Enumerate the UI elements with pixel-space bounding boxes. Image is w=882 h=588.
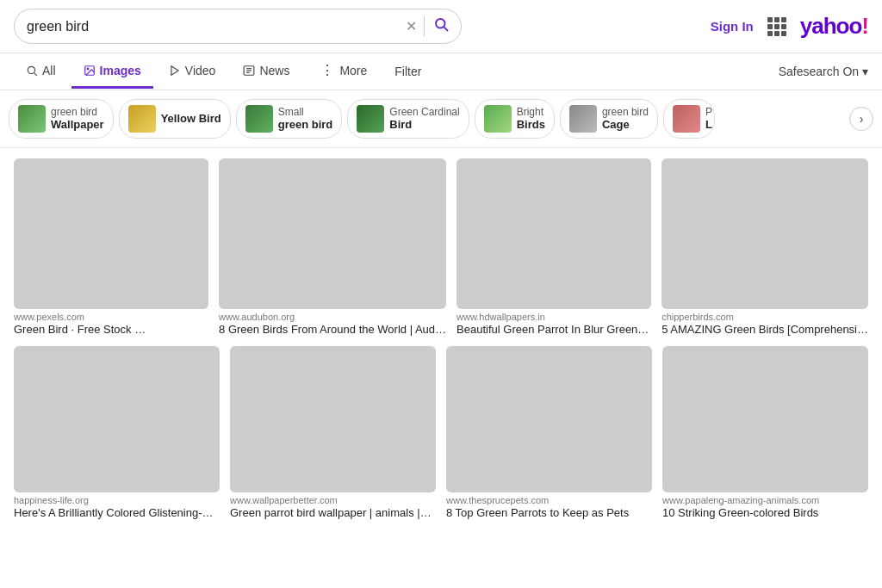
tag-label-small: Small green bird bbox=[278, 106, 333, 132]
tab-video[interactable]: Video bbox=[157, 55, 228, 89]
tag-label-bright: Bright Birds bbox=[517, 106, 545, 132]
image-source-audubon: www.audubon.org bbox=[219, 312, 446, 322]
image-title-pexels: Green Bird · Free Stock … bbox=[14, 323, 208, 336]
image-source-hdwall: www.hdwallpapers.in bbox=[457, 312, 651, 322]
tag-label-partial: P L bbox=[705, 106, 712, 132]
image-section: www.pexels.com Green Bird · Free Stock …… bbox=[0, 148, 882, 540]
image-title-audubon: 8 Green Birds From Around the World | Au… bbox=[219, 323, 446, 336]
tag-thumb-bright bbox=[484, 105, 512, 133]
image-card-happiness[interactable]: happiness-life.org Here's A Brilliantly … bbox=[14, 346, 220, 519]
image-card-pexels[interactable]: www.pexels.com Green Bird · Free Stock … bbox=[14, 158, 208, 336]
image-title-spruce: 8 Top Green Parrots to Keep as Pets bbox=[446, 506, 652, 519]
image-source-spruce: www.thesprucepets.com bbox=[446, 495, 652, 505]
image-card-wallpaper[interactable]: www.wallpaperbetter.com Green parrot bir… bbox=[230, 346, 436, 519]
yahoo-exclaim: ! bbox=[861, 13, 868, 39]
tag-thumb-cardinal bbox=[357, 105, 384, 133]
search-input[interactable] bbox=[27, 19, 399, 34]
yahoo-logo: yahoo! bbox=[800, 13, 868, 40]
tags-strip: green bird Wallpaper Yellow Bird Small g… bbox=[0, 90, 882, 148]
grid-icon[interactable] bbox=[767, 17, 786, 36]
tag-label-wallpaper: green bird Wallpaper bbox=[51, 106, 104, 132]
image-title-chipper: 5 AMAZING Green Birds [Comprehensi… bbox=[662, 323, 868, 336]
image-audubon bbox=[219, 158, 446, 309]
image-wallpaper bbox=[230, 346, 436, 492]
image-card-spruce[interactable]: www.thesprucepets.com 8 Top Green Parrot… bbox=[446, 346, 652, 519]
image-happiness bbox=[14, 346, 220, 492]
image-grid-row-2: happiness-life.org Here's A Brilliantly … bbox=[14, 346, 868, 519]
safesearch-label: Safesearch On ▾ bbox=[779, 65, 868, 78]
image-hdwall bbox=[457, 158, 651, 309]
tag-thumb-partial bbox=[673, 105, 700, 133]
filter-button[interactable]: Filter bbox=[382, 56, 433, 87]
image-source-wallpaper: www.wallpaperbetter.com bbox=[230, 495, 436, 505]
tag-thumb-yellow bbox=[128, 105, 156, 133]
tab-all-label: All bbox=[42, 64, 56, 77]
tab-more[interactable]: ⋮ More bbox=[308, 53, 379, 90]
tag-chip-yellow[interactable]: Yellow Bird bbox=[119, 99, 231, 139]
tag-thumb-cage bbox=[569, 105, 597, 133]
tag-thumb-small bbox=[245, 105, 273, 133]
sign-in-button[interactable]: Sign In bbox=[711, 19, 754, 34]
image-chipper bbox=[662, 158, 868, 309]
image-source-happiness: happiness-life.org bbox=[14, 495, 220, 505]
nav-tabs: All Images Video News ⋮ More Filter Safe… bbox=[0, 53, 882, 90]
image-title-papaleng: 10 Striking Green-colored Birds bbox=[662, 506, 868, 519]
image-source-pexels: www.pexels.com bbox=[14, 312, 208, 322]
image-card-chipper[interactable]: chipperbirds.com 5 AMAZING Green Birds [… bbox=[662, 158, 868, 336]
tag-label-yellow: Yellow Bird bbox=[161, 112, 221, 126]
image-card-papaleng[interactable]: www.papaleng-amazing-animals.com 10 Stri… bbox=[662, 346, 868, 519]
tab-video-label: Video bbox=[185, 64, 216, 77]
image-pexels bbox=[14, 158, 208, 309]
tag-chip-wallpaper[interactable]: green bird Wallpaper bbox=[9, 99, 114, 139]
tag-chip-cardinal[interactable]: Green Cardinal Bird bbox=[347, 99, 469, 139]
tab-all[interactable]: All bbox=[14, 55, 68, 89]
tag-thumb-wallpaper bbox=[18, 105, 46, 133]
safesearch-toggle[interactable]: Safesearch On ▾ bbox=[779, 65, 868, 78]
tab-more-label: More bbox=[339, 64, 367, 77]
clear-icon[interactable]: ✕ bbox=[406, 18, 417, 34]
tab-news[interactable]: News bbox=[231, 55, 301, 89]
image-grid-row-1: www.pexels.com Green Bird · Free Stock …… bbox=[14, 158, 868, 336]
image-title-happiness: Here's A Brilliantly Colored Glistening-… bbox=[14, 506, 220, 519]
tag-chip-cage[interactable]: green bird Cage bbox=[560, 99, 658, 139]
strip-next-arrow[interactable]: › bbox=[849, 107, 873, 131]
svg-marker-6 bbox=[171, 65, 178, 75]
image-source-chipper: chipperbirds.com bbox=[662, 312, 868, 322]
svg-line-1 bbox=[444, 27, 447, 30]
image-card-hdwall[interactable]: www.hdwallpapers.in Beautiful Green Parr… bbox=[457, 158, 651, 336]
search-bar: ✕ bbox=[14, 9, 462, 44]
tab-images-label: Images bbox=[100, 64, 141, 77]
image-card-audubon[interactable]: www.audubon.org 8 Green Birds From Aroun… bbox=[219, 158, 446, 336]
tag-chip-bright[interactable]: Bright Birds bbox=[475, 99, 555, 139]
header-right: Sign In yahoo! bbox=[711, 13, 868, 40]
tag-chip-partial[interactable]: P L bbox=[663, 99, 715, 139]
tab-more-dots: ⋮ bbox=[320, 62, 335, 78]
header: ✕ Sign In yahoo! bbox=[0, 0, 882, 53]
tag-label-cage: green bird Cage bbox=[602, 106, 649, 132]
svg-point-2 bbox=[28, 66, 34, 73]
search-button[interactable] bbox=[424, 16, 449, 36]
image-spruce bbox=[446, 346, 652, 492]
tab-images[interactable]: Images bbox=[71, 55, 153, 89]
svg-line-3 bbox=[34, 72, 37, 75]
image-title-wallpaper: Green parrot bird wallpaper | animals |… bbox=[230, 506, 436, 519]
image-papaleng bbox=[662, 346, 868, 492]
tab-news-label: News bbox=[259, 64, 289, 77]
tag-chip-small[interactable]: Small green bird bbox=[236, 99, 343, 139]
tag-label-cardinal: Green Cardinal Bird bbox=[389, 106, 459, 132]
svg-point-5 bbox=[87, 68, 89, 70]
image-source-papaleng: www.papaleng-amazing-animals.com bbox=[662, 495, 868, 505]
image-title-hdwall: Beautiful Green Parrot In Blur Green… bbox=[457, 323, 651, 336]
